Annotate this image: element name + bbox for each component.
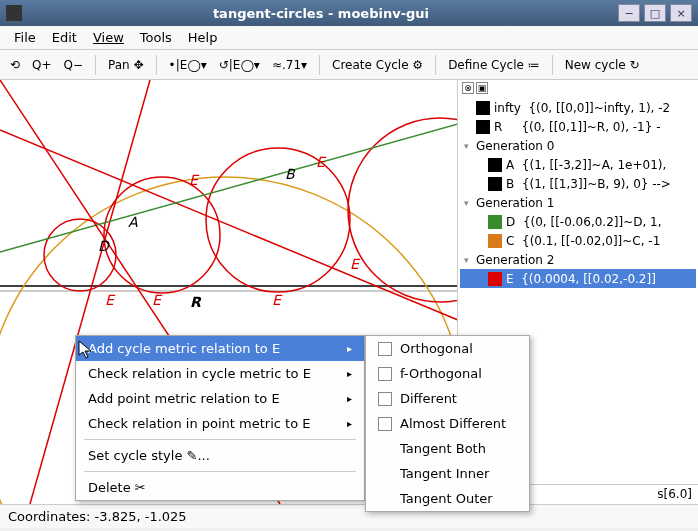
svg-point-4 <box>104 177 220 293</box>
menu-file[interactable]: File <box>6 28 44 47</box>
tool-new-cycle[interactable]: New cycle ↻ <box>561 56 644 74</box>
sub-f-orthogonal[interactable]: f-Orthogonal <box>366 361 529 386</box>
sub-almost-different[interactable]: Almost Different <box>366 411 529 436</box>
close-button[interactable]: × <box>670 4 692 22</box>
label-E4: E <box>350 256 359 272</box>
menu-edit[interactable]: Edit <box>44 28 85 47</box>
tree-gen0[interactable]: ▾Generation 0 <box>460 136 696 155</box>
menu-tools[interactable]: Tools <box>132 28 180 47</box>
status-coords: Coordinates: -3.825, -1.025 <box>8 509 187 524</box>
label-R: R <box>190 294 201 310</box>
tree-A[interactable]: A {(1, [[-3,2]]~A, 1e+01), <box>460 155 696 174</box>
tree-infty[interactable]: infty {(0, [[0,0]]~infty, 1), -2 <box>460 98 696 117</box>
ctx-delete[interactable]: Delete ✂ <box>76 475 364 500</box>
side-icon-2[interactable]: ▣ <box>476 82 488 94</box>
tree-R[interactable]: R {(0, [[0,1]]~R, 0), -1} - <box>460 117 696 136</box>
status-bar: Coordinates: -3.825, -1.025 <box>0 504 698 528</box>
menubar: File Edit View Tools Help <box>0 26 698 50</box>
context-menu: Add cycle metric relation to E▸ Check re… <box>75 335 365 501</box>
sub-tangent-both[interactable]: Tangent Both <box>366 436 529 461</box>
tree-E[interactable]: E {(0.0004, [[0.02,-0.2]] <box>460 269 696 288</box>
tool-t2[interactable]: ↺|E◯▾ <box>215 56 264 74</box>
label-A: A <box>128 214 138 230</box>
window-title: tangent-circles - moebinv-gui <box>28 6 614 21</box>
tree-gen2[interactable]: ▾Generation 2 <box>460 250 696 269</box>
svg-point-6 <box>348 118 458 302</box>
tool-pan[interactable]: Pan ✥ <box>104 56 148 74</box>
context-submenu: Orthogonal f-Orthogonal Different Almost… <box>365 335 530 512</box>
tool-qminus[interactable]: Q− <box>60 56 88 74</box>
label-E2: E <box>152 292 161 308</box>
ctx-add-point-metric[interactable]: Add point metric relation to E▸ <box>76 386 364 411</box>
menu-view[interactable]: View <box>85 28 132 47</box>
tool-recycle[interactable]: ⟲ <box>6 56 24 74</box>
tree-C[interactable]: C {(0.1, [[-0.02,0]]~C, -1 <box>460 231 696 250</box>
tool-create-cycle[interactable]: Create Cycle ⚙ <box>328 56 427 74</box>
minimize-button[interactable]: − <box>618 4 640 22</box>
label-E1: E <box>105 292 114 308</box>
tool-t1[interactable]: •|E◯▾ <box>165 56 211 74</box>
sub-tangent-inner[interactable]: Tangent Inner <box>366 461 529 486</box>
ctx-check-cycle-metric[interactable]: Check relation in cycle metric to E▸ <box>76 361 364 386</box>
svg-point-5 <box>206 148 350 292</box>
tool-zoom[interactable]: ≈.71▾ <box>268 56 311 74</box>
tool-qplus[interactable]: Q+ <box>28 56 56 74</box>
ctx-add-cycle-metric[interactable]: Add cycle metric relation to E▸ <box>76 336 364 361</box>
sub-different[interactable]: Different <box>366 386 529 411</box>
tree-D[interactable]: D {(0, [[-0.06,0.2]]~D, 1, <box>460 212 696 231</box>
titlebar: tangent-circles - moebinv-gui − □ × <box>0 0 698 26</box>
sub-orthogonal[interactable]: Orthogonal <box>366 336 529 361</box>
ctx-check-point-metric[interactable]: Check relation in point metric to E▸ <box>76 411 364 436</box>
side-icon-1[interactable]: ⊗ <box>462 82 474 94</box>
tree-B[interactable]: B {(1, [[1,3]]~B, 9), 0} --> <box>460 174 696 193</box>
app-icon <box>6 5 22 21</box>
label-D: D <box>98 238 109 254</box>
tree-gen1[interactable]: ▾Generation 1 <box>460 193 696 212</box>
svg-line-9 <box>0 124 458 252</box>
label-B: B <box>285 166 295 182</box>
toolbar: ⟲ Q+ Q− Pan ✥ •|E◯▾ ↺|E◯▾ ≈.71▾ Create C… <box>0 50 698 80</box>
tool-define-cycle[interactable]: Define Cycle ≔ <box>444 56 544 74</box>
label-E3: E <box>272 292 281 308</box>
label-E6: E <box>316 154 325 170</box>
sub-tangent-outer[interactable]: Tangent Outer <box>366 486 529 511</box>
ctx-set-style[interactable]: Set cycle style ✎... <box>76 443 364 468</box>
label-E5: E <box>189 172 198 188</box>
menu-help[interactable]: Help <box>180 28 226 47</box>
maximize-button[interactable]: □ <box>644 4 666 22</box>
